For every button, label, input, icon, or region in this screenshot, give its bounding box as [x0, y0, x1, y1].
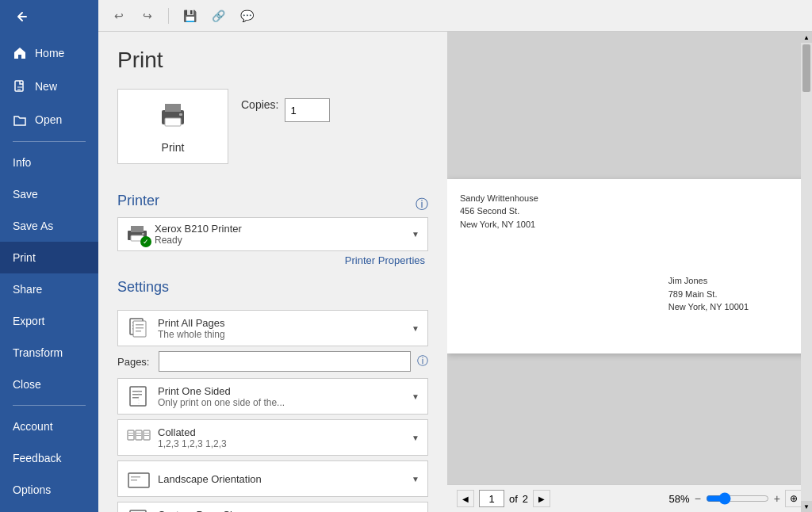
pages-info-icon[interactable]: ⓘ [417, 354, 428, 369]
setting-text-pagesize: Custom Page Size 9.5" x 4.13" [158, 509, 243, 513]
setting-row-pagesize[interactable]: ★ Custom Page Size 9.5" x 4.13" ▼ [117, 502, 428, 512]
sidebar-item-print[interactable]: Print [0, 242, 98, 273]
toolbar-comment-icon[interactable]: 💬 [236, 5, 258, 27]
printer-section-header: Printer [117, 193, 159, 209]
sidebar-close-label: Close [13, 378, 41, 391]
toolbar-redo-icon[interactable]: ↪ [136, 5, 159, 27]
sidebar-item-options[interactable]: Options [0, 474, 98, 506]
page-number-input[interactable] [479, 490, 504, 507]
scrollbar-up[interactable]: ▲ [801, 32, 812, 43]
sidebar-item-transform[interactable]: Transform [0, 337, 98, 369]
printer-header-row: Printer ⓘ [117, 193, 428, 217]
setting-row-collate[interactable]: Collated 1,2,3 1,2,3 1,2,3 ▼ [117, 419, 428, 456]
pages-input[interactable] [159, 351, 411, 372]
sidebar-item-feedback[interactable]: Feedback [0, 442, 98, 474]
setting-row-pages[interactable]: Print All Pages The whole thing ▼ [117, 310, 428, 346]
pages-label: Pages: [117, 356, 152, 368]
recipient-line3: New York, NY 10001 [668, 300, 749, 314]
print-button[interactable]: Print [117, 89, 228, 164]
setting-text-sided: Print One Sided Only print on one side o… [158, 385, 285, 408]
printer-dropdown[interactable]: ✓ Xerox B210 Printer Ready ▼ [117, 217, 428, 251]
sidebar-item-saveas[interactable]: Save As [0, 210, 98, 242]
scrollbar-down[interactable]: ▼ [801, 501, 812, 512]
sidebar-save-label: Save [13, 188, 38, 201]
sidebar-item-home[interactable]: Home [0, 36, 98, 70]
svg-rect-26 [128, 435, 133, 436]
zoom-in-button[interactable]: + [774, 492, 780, 505]
settings-section-header: Settings [117, 279, 169, 296]
toolbar-save-icon[interactable]: 💾 [178, 5, 201, 27]
sidebar-saveas-label: Save As [13, 220, 53, 232]
setting-left-collate: Collated 1,2,3 1,2,3 1,2,3 [126, 425, 227, 450]
sidebar-item-export[interactable]: Export [0, 305, 98, 337]
page-title: Print [117, 48, 428, 73]
preview-footer: ◀ of 2 ▶ 58% − + ⊕ [447, 484, 812, 512]
setting-left-pagesize: ★ Custom Page Size 9.5" x 4.13" [126, 507, 243, 512]
svg-rect-29 [144, 433, 149, 434]
printer-info-icon[interactable]: ⓘ [416, 197, 428, 213]
zoom-out-button[interactable]: − [695, 492, 701, 505]
pages-icon [126, 315, 151, 341]
top-toolbar: ↩ ↪ 💾 🔗 💬 [98, 0, 812, 32]
sidebar-info-label: Info [13, 156, 31, 169]
sidebar-item-close[interactable]: Close [0, 369, 98, 400]
sidebar-feedback-label: Feedback [13, 452, 61, 464]
sidebar-nav-top: Home New Open Info Save Save As Print [0, 33, 98, 400]
collate-dropdown-arrow: ▼ [412, 434, 419, 442]
toolbar-share-icon[interactable]: 🔗 [207, 5, 229, 27]
setting-left-sided: Print One Sided Only print on one side o… [126, 384, 285, 409]
sidebar-print-label: Print [13, 251, 36, 264]
scrollbar-thumb[interactable] [802, 44, 810, 92]
sided-dropdown-arrow: ▼ [412, 392, 419, 401]
recipient-line1: Jim Jones [668, 274, 749, 288]
sidebar-item-info[interactable]: Info [0, 147, 98, 178]
new-icon [13, 79, 27, 94]
page-navigation: ◀ of 2 ▶ [457, 490, 550, 507]
sidebar-item-save[interactable]: Save [0, 178, 98, 210]
sidebar-item-new[interactable]: New [0, 70, 98, 103]
setting-main-orientation: Landscape Orientation [158, 473, 262, 485]
zoom-slider[interactable] [706, 492, 769, 505]
pages-row: Pages: ⓘ [117, 351, 428, 372]
svg-rect-13 [133, 321, 146, 337]
setting-sub-pages: The whole thing [158, 329, 225, 340]
next-page-button[interactable]: ▶ [533, 490, 550, 507]
printer-info: ✓ Xerox B210 Printer Ready [126, 223, 242, 246]
preview-area: Sandy Writtenhouse 456 Second St. New Yo… [447, 32, 812, 512]
print-panel: Print Print Copies: [98, 32, 447, 512]
copies-input[interactable] [285, 99, 329, 121]
prev-page-button[interactable]: ◀ [457, 490, 474, 507]
setting-row-sided[interactable]: Print One Sided Only print on one side o… [117, 378, 428, 415]
zoom-controls: 58% − + ⊕ [669, 490, 802, 507]
sidebar-divider-1 [13, 141, 86, 142]
sidebar-share-label: Share [13, 283, 42, 296]
svg-rect-14 [136, 324, 144, 326]
sidebar-item-account[interactable]: Account [0, 411, 98, 442]
back-button[interactable] [6, 6, 38, 27]
sidebar-export-label: Export [13, 315, 44, 327]
printer-status: Ready [155, 235, 242, 246]
sidebar-item-share[interactable]: Share [0, 273, 98, 305]
zoom-fit-button[interactable]: ⊕ [785, 490, 802, 507]
envelope-preview: Sandy Writtenhouse 456 Second St. New Yo… [447, 179, 812, 353]
collate-icon [126, 425, 151, 450]
print-button-label: Print [162, 141, 185, 154]
sidebar: Home New Open Info Save Save As Print [0, 0, 98, 512]
zoom-percent: 58% [669, 493, 690, 505]
setting-main-collate: Collated [158, 426, 227, 438]
print-large-icon [157, 99, 189, 138]
setting-sub-collate: 1,2,3 1,2,3 1,2,3 [158, 438, 227, 449]
setting-row-orientation[interactable]: Landscape Orientation ▼ [117, 460, 428, 497]
svg-rect-27 [136, 433, 141, 434]
printer-dropdown-arrow: ▼ [412, 230, 419, 239]
settings-section: Settings [117, 279, 428, 512]
toolbar-undo-icon[interactable]: ↩ [108, 5, 130, 27]
setting-main-sided: Print One Sided [158, 385, 285, 397]
setting-sub-sided: Only print on one side of the... [158, 397, 285, 408]
printer-properties-link[interactable]: Printer Properties [117, 254, 425, 266]
of-text: of [509, 493, 518, 505]
sidebar-bottom: Account Feedback Options [0, 400, 98, 512]
pagesize-icon: ★ [126, 507, 151, 512]
setting-left-pages: Print All Pages The whole thing [126, 315, 225, 341]
sidebar-item-open[interactable]: Open [0, 103, 98, 136]
